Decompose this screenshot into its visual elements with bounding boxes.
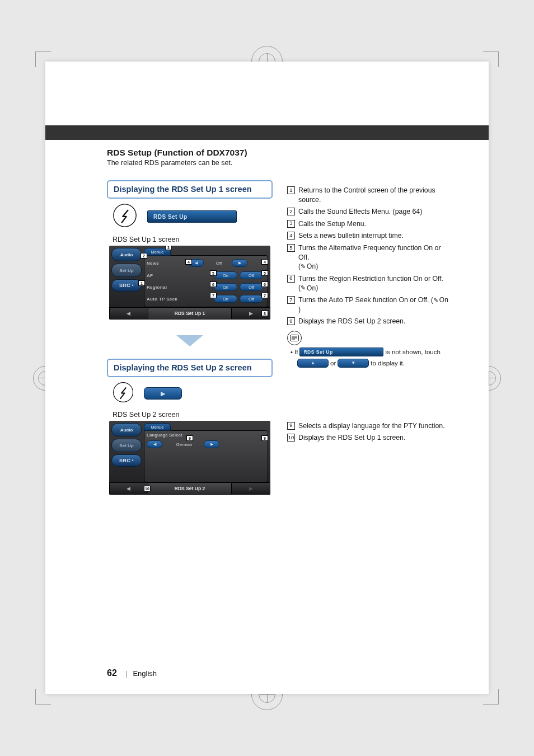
note-icon (287, 331, 302, 345)
screen-audio-button: Audio (111, 248, 142, 261)
svg-point-0 (114, 204, 136, 227)
num-10: 10 (287, 434, 295, 442)
descriptions-block1: 1Returns to the Control screen of the pr… (287, 186, 448, 326)
desc-6: Turns the Region Restriction function On… (298, 274, 448, 293)
section-subtitle: The related RDS parameters can be set. (107, 159, 448, 167)
page-language: English (133, 669, 157, 678)
page-next-disabled: ▶ (231, 482, 270, 495)
lang-value: German (165, 442, 204, 447)
pencil-icon: ✎ (301, 262, 306, 271)
callout-9r: 9 (261, 435, 268, 441)
next-page-button: ▶ (144, 387, 182, 400)
desc-3: Calls the Setup Menu. (298, 219, 448, 229)
af-off: Off (240, 271, 263, 279)
rds-setup-menu-button: RDS Set Up (147, 210, 237, 223)
touch-instruction-2: ▶ (113, 382, 273, 405)
callout-8: 8 (261, 311, 268, 316)
screen2-bottom-title: RDS Set Up 2 (148, 482, 232, 495)
rds-setup2-screen: 9 9 10 Audio Set Up SRC• Menue Language … (109, 421, 270, 495)
callout-7r: 7 (261, 293, 268, 298)
desc-4: Sets a news bulletin interrupt time. (298, 231, 448, 241)
news-value: Off (206, 261, 232, 266)
news-next (232, 259, 247, 267)
pencil-icon: ✎ (433, 296, 438, 304)
autotp-label: Auto TP Seek (147, 297, 188, 302)
note-text: • If RDS Set Up is not shown, touch (291, 348, 448, 356)
regional-on: On (214, 283, 237, 291)
page-number: 62 (107, 668, 117, 678)
manual-page: RDS Setup (Function of DDX7037) The rela… (45, 62, 489, 694)
num-1: 1 (287, 186, 295, 194)
af-label: AF (147, 273, 188, 278)
callout-4r: 4 (261, 259, 268, 265)
regional-label: Regional (147, 285, 188, 290)
callout-5l: 5 (210, 270, 217, 276)
screen1-bottom-title: RDS Set Up 1 (148, 307, 232, 320)
rds-setup1-screen: 3 2 1 4 4 5 5 6 6 7 7 8 Audio Set Up SRC… (109, 246, 270, 320)
up-button-icon: ▲ (297, 359, 329, 368)
page-prev: ◀ (109, 482, 148, 495)
svg-point-1 (114, 383, 133, 402)
num-4: 4 (287, 232, 295, 240)
callout-6r: 6 (261, 281, 268, 287)
num-9: 9 (287, 422, 295, 430)
af-on: On (214, 271, 237, 279)
regional-off: Off (240, 283, 263, 291)
num-5: 5 (287, 244, 295, 252)
desc-9: Selects a display language for the PTY f… (298, 421, 448, 431)
desc-8: Displays the RDS Set Up 2 screen. (298, 317, 448, 326)
callout-1: 1 (138, 280, 145, 286)
desc-10: Displays the RDS Set Up 1 screen. (298, 433, 448, 443)
down-button-icon: ▼ (338, 359, 369, 368)
touch-icon (113, 203, 137, 230)
screen2-caption: RDS Set Up 2 screen (113, 411, 273, 419)
num-6: 6 (287, 275, 295, 283)
callout-10: 10 (144, 486, 151, 491)
block1-heading: Displaying the RDS Set Up 1 screen (107, 180, 273, 199)
news-label: News (147, 261, 188, 266)
autotp-on: On (214, 295, 237, 303)
touch-icon (113, 382, 134, 405)
touch-instruction: RDS Set Up (113, 203, 273, 230)
desc-5: Turns the Alternative Frequency function… (298, 243, 448, 271)
pencil-icon: ✎ (301, 284, 306, 292)
num-7: 7 (287, 296, 295, 304)
screen-src-button: SRC• (111, 454, 142, 467)
callout-3: 3 (165, 246, 172, 250)
screen-src-button: SRC• (111, 279, 142, 292)
descriptions-block2: 9Selects a display language for the PTY … (287, 421, 448, 443)
num-2: 2 (287, 208, 295, 215)
callout-4l: 4 (185, 259, 192, 265)
desc-2: Calls the Sound Effects Menu. (page 64) (298, 207, 448, 217)
callout-7l: 7 (210, 293, 217, 298)
screen1-caption: RDS Set Up 1 screen (113, 236, 273, 243)
screen-setup-button: Set Up (111, 439, 142, 452)
flow-down-arrow-icon (176, 335, 203, 346)
language-select-label: Language Select (147, 433, 265, 438)
note-rds-setup-button: RDS Set Up (299, 348, 383, 356)
num-8: 8 (287, 317, 295, 325)
lang-next (204, 440, 219, 448)
callout-9l: 9 (186, 435, 193, 441)
note-text-2: ▲ or ▼ to display it. (297, 359, 448, 368)
desc-1: Returns to the Control screen of the pre… (298, 186, 448, 204)
page-footer: 62 | English (107, 668, 157, 678)
lang-prev (147, 440, 162, 448)
page-prev: ◀ (109, 307, 148, 320)
callout-5r: 5 (261, 270, 268, 276)
callout-6l: 6 (210, 281, 217, 287)
block2-heading: Displaying the RDS Set Up 2 screen (107, 359, 273, 377)
header-band (45, 125, 489, 140)
num-3: 3 (287, 220, 295, 228)
section-title: RDS Setup (Function of DDX7037) (107, 148, 448, 158)
menu-tab: Menue (144, 423, 171, 431)
autotp-off: Off (240, 295, 263, 303)
callout-2: 2 (140, 253, 147, 259)
screen-setup-button: Set Up (111, 264, 142, 277)
desc-7: Turns the Auto TP Seek function On or Of… (298, 295, 448, 314)
screen-audio-button: Audio (111, 423, 142, 436)
